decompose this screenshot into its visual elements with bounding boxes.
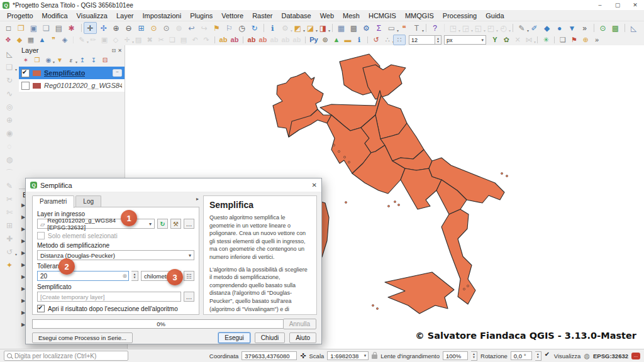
zoom-in-icon[interactable]: ⊕ — [110, 23, 122, 33]
add-postgis-layer-icon[interactable]: ◈ — [59, 35, 70, 45]
maximize-button[interactable]: ▢ — [609, 0, 626, 10]
new-bookmark-icon[interactable]: ⚑ — [211, 23, 223, 33]
data-defined-override-button[interactable]: ☷ — [184, 271, 194, 281]
add-delimited-text-icon[interactable]: ❞ — [48, 35, 59, 45]
split-features-icon[interactable]: ✂ — [3, 194, 16, 204]
coordinate-input[interactable]: 379633,4376080 — [242, 351, 297, 360]
menu-item[interactable]: HCMGIS — [364, 11, 401, 21]
metasearch-icon[interactable]: ▬ — [342, 35, 353, 45]
deselect-features-icon[interactable]: ◪ — [304, 23, 316, 33]
python-console-icon[interactable]: Py — [308, 35, 319, 45]
add-part-icon[interactable]: ⊕ — [3, 114, 16, 125]
toolbar-extension-2-icon[interactable]: » — [591, 35, 602, 45]
tracing-icon[interactable]: ∴ — [382, 35, 393, 45]
field-calculator-icon[interactable]: ▩ — [348, 23, 360, 33]
zoom-to-layer-icon[interactable]: ⊙ — [160, 23, 172, 33]
menu-item[interactable]: Impostazioni — [138, 11, 186, 21]
vertex-tool-all-icon[interactable]: ✎ — [516, 23, 528, 33]
digitize-segment-icon[interactable]: ◆ — [541, 23, 553, 33]
menu-item[interactable]: Layer — [112, 11, 138, 21]
open-project-icon[interactable]: ❐ — [15, 23, 27, 33]
statistics-icon[interactable]: Σ — [373, 23, 385, 33]
scale-combobox[interactable]: 1:6982038 — [327, 351, 369, 360]
menu-item[interactable]: Progetto — [3, 11, 38, 21]
symbol-size-stepper[interactable]: ▲▼ — [435, 35, 441, 45]
add-raster-layer-icon[interactable]: ▦ — [25, 35, 36, 45]
clear-value-icon[interactable]: ⊗ — [122, 273, 127, 279]
close-button[interactable]: ✕ — [626, 0, 644, 10]
info-assistant-icon[interactable]: ℹ — [353, 35, 365, 45]
temporal-controller-icon[interactable]: ◷ — [236, 23, 248, 33]
topology-checker-icon[interactable]: Y — [489, 35, 501, 45]
zoom-to-selection-icon[interactable]: ⊙ — [148, 23, 160, 33]
style-manager-icon[interactable]: ✱ — [65, 23, 77, 33]
filter-by-expression-icon[interactable]: ε — [66, 56, 76, 65]
advanced-digitizing-icon[interactable]: ◺ — [3, 48, 16, 59]
layer-visibility-checkbox[interactable] — [21, 69, 30, 77]
menu-item[interactable]: Database — [277, 11, 316, 21]
menu-item[interactable]: Processing — [438, 11, 481, 21]
save-project-icon[interactable]: ▣ — [28, 23, 40, 33]
select-features-icon[interactable]: ◩ — [292, 23, 304, 33]
grid-snapping-icon[interactable]: ∷ — [393, 35, 406, 45]
expand-all-icon[interactable]: ↥ — [77, 56, 87, 65]
panel-close-icon[interactable]: ✕ — [118, 48, 122, 53]
tab-log[interactable]: Log — [75, 195, 101, 208]
help-collapse-icon[interactable]: ▸ — [196, 196, 199, 202]
processing-toolbox-icon[interactable]: ⚙ — [360, 23, 372, 33]
pin-labels-icon[interactable]: ab — [246, 35, 257, 45]
crs-status[interactable]: EPSG:32632 — [593, 353, 628, 359]
help-contents-icon[interactable]: ? — [429, 23, 441, 33]
identify-features-icon[interactable]: ℹ — [267, 23, 279, 33]
method-select[interactable]: Distanza (Douglas-Peucker) — [37, 250, 194, 260]
search-layers-icon[interactable]: ⊚ — [319, 35, 331, 45]
data-source-manager-icon[interactable]: ❖ — [3, 35, 14, 45]
map-pin-plugin-icon[interactable]: ⚑ — [569, 35, 580, 45]
plugin-flower-icon[interactable]: ✿ — [501, 35, 512, 45]
pan-to-selection-icon[interactable]: ✣ — [97, 23, 109, 33]
refresh-map-icon[interactable]: ↻ — [248, 23, 260, 33]
add-mesh-layer-icon[interactable]: ▲ — [36, 35, 48, 45]
menu-item[interactable]: Mesh — [338, 11, 364, 21]
pan-map-icon[interactable]: ✛ — [84, 22, 97, 34]
menu-item[interactable]: Visualizza — [72, 11, 112, 21]
save-project-as-icon[interactable]: ❏ — [40, 23, 52, 33]
offset-curve-icon[interactable]: ⌒ — [3, 167, 16, 178]
symbol-size-input[interactable]: 12 — [409, 35, 435, 45]
zoom-last-icon[interactable]: ↩ — [186, 23, 197, 33]
mouse-position-icon[interactable]: ✜ — [300, 352, 306, 360]
zoom-level-plugin-icon[interactable]: ⊕ — [580, 35, 591, 45]
menu-item[interactable]: MMQGIS — [401, 11, 438, 21]
new-print-layout-icon[interactable]: ▤ — [53, 23, 65, 33]
merge-selected-icon[interactable]: ⊞ — [3, 220, 16, 231]
messages-icon[interactable]: … — [631, 353, 640, 359]
rotation-input[interactable]: 0,0 ° — [511, 351, 532, 360]
delete-ring-strip-icon[interactable]: ◌ — [3, 141, 16, 151]
digitize-circle-icon[interactable]: ● — [553, 23, 565, 33]
remove-layer-icon[interactable]: ⊟ — [100, 56, 110, 65]
unit-select[interactable]: px — [444, 35, 486, 45]
select-by-expression-icon[interactable]: ◨ — [317, 23, 329, 33]
render-checkbox[interactable] — [545, 353, 551, 359]
map-tips-icon[interactable]: ❝ — [398, 23, 410, 33]
show-bookmarks-icon[interactable]: ⚐ — [223, 23, 235, 33]
annulla-button[interactable]: Annulla — [283, 319, 316, 329]
add-vector-layer-icon[interactable]: ◆ — [14, 35, 25, 45]
new-project-icon[interactable]: □ — [3, 23, 14, 33]
chiudi-button[interactable]: Chiudi — [255, 332, 285, 343]
browse-output-button[interactable]: … — [184, 292, 194, 302]
esegui-button[interactable]: Esegui — [218, 332, 250, 343]
menu-item[interactable]: Raster — [248, 11, 277, 21]
tolerance-stepper[interactable]: ▲▼ — [131, 271, 138, 281]
osm-search-icon[interactable]: ⊙ — [597, 23, 609, 33]
zoom-full-extent-icon[interactable]: ⊞ — [135, 23, 147, 33]
collapse-all-icon[interactable]: ↧ — [89, 56, 99, 65]
layer-visibility-checkbox[interactable] — [21, 82, 30, 90]
toolbar-extension-icon[interactable]: » — [579, 23, 591, 33]
input-layer-select[interactable]: ▱ Reg01012020_g_WGS84 [EPSG:32632] — [37, 219, 155, 229]
fill-ring-icon[interactable]: ◉ — [3, 128, 16, 138]
selected-only-checkbox[interactable] — [37, 232, 45, 239]
locator-search-input[interactable]: Digita per localizzare (Ctrl+K) — [4, 351, 128, 361]
share-plugin-icon[interactable]: ✳ — [540, 35, 552, 45]
rotate-point-symbols-icon[interactable]: ↺ — [3, 246, 16, 257]
